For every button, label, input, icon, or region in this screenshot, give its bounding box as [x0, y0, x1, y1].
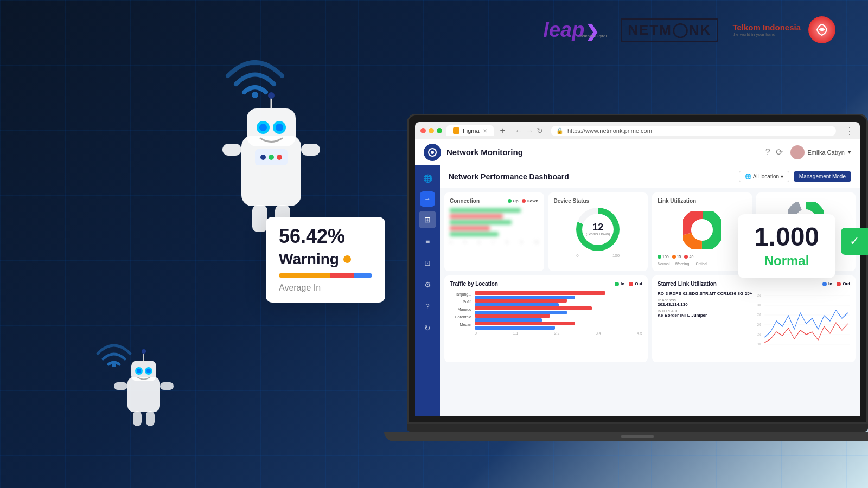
starred-card: Starred Link Utilization In Out — [652, 275, 856, 362]
netmonk-logo: NETM◯NK — [621, 18, 718, 42]
gauge-sublabel: (Status Down) — [586, 232, 610, 236]
browser-menu-icon[interactable]: ⋮ — [845, 125, 854, 137]
svg-text:350: 350 — [757, 293, 761, 297]
dash-sidebar: 🌐 → ⊞ ≡ ⊡ ⚙ ? ↻ — [415, 165, 440, 416]
svg-rect-18 — [127, 377, 160, 412]
line-chart-svg: 350 300 250 200 150 100 — [757, 291, 850, 351]
mgmt-mode-button[interactable]: Management Mode — [794, 171, 851, 182]
dot-red[interactable] — [420, 128, 426, 133]
bar-row-manado: Manado — [450, 306, 642, 312]
sidebar-item-layers2[interactable]: ⊡ — [419, 254, 436, 272]
svg-rect-9 — [222, 144, 241, 156]
svg-point-0 — [820, 28, 824, 31]
connection-card-title: Connection Up Down — [450, 198, 539, 204]
svg-point-25 — [142, 349, 146, 354]
gauge-value: 12 — [592, 222, 603, 232]
svg-point-36 — [692, 220, 712, 240]
browser-tab[interactable]: Figma ✕ — [446, 125, 494, 136]
chevron-down-icon: ▾ — [848, 149, 851, 156]
traffic-bar-chart: Tanjung... Sofifi — [450, 291, 642, 327]
url-bar[interactable]: 🔒 https://www.netmonk.prime.com — [551, 126, 836, 136]
laptop-base-bottom — [384, 432, 869, 441]
svg-text:150: 150 — [757, 332, 761, 336]
telkom-icon-svg — [814, 22, 830, 38]
browser-bar: Figma ✕ + ← → ↻ 🔒 https://www.netmonk.pr… — [415, 122, 860, 139]
device-gauge: 12 (Status Down) 0 100 — [554, 208, 643, 257]
svg-rect-11 — [252, 205, 267, 232]
dashboard-title: Network Monitoring — [446, 147, 765, 157]
sidebar-item-grid[interactable]: ⊞ — [419, 211, 436, 228]
dot-yellow[interactable] — [429, 128, 434, 133]
bar-row-sofifi: Sofifi — [450, 299, 642, 304]
svg-rect-2 — [247, 108, 296, 146]
laptop-base-top — [407, 424, 868, 432]
dash-body: 🌐 → ⊞ ≡ ⊡ ⚙ ? ↻ Network Performance Dash… — [415, 165, 860, 416]
sidebar-item-arrow[interactable]: → — [420, 191, 435, 207]
svg-text:250: 250 — [757, 313, 761, 317]
x-axis-labels: 0 1.1 2.2 3.4 4.5 — [450, 331, 642, 335]
starred-device-info: RO-3-RDPS-02.BDG.STR.MT-CCR1036-8G-25+ I… — [658, 291, 752, 351]
browser-nav: ← → ↻ — [515, 126, 543, 135]
normal-value: 1.000 — [753, 224, 820, 250]
dot-green[interactable] — [437, 128, 442, 133]
new-tab-icon[interactable]: + — [498, 126, 507, 136]
bar-row-gorontalo: Gorontalo — [450, 314, 642, 319]
dash-main-header: Network Performance Dashboard 🌐 All loca… — [440, 165, 860, 188]
refresh-browser-icon[interactable]: ↻ — [537, 126, 543, 135]
green-arrow-button[interactable]: ✓ — [841, 228, 868, 255]
normal-overlay-card: 1.000 Normal — [738, 214, 835, 278]
logos-area: leap ❯ Telkom Digital NETM◯NK Telkom Ind… — [543, 16, 835, 43]
svg-point-6 — [276, 124, 283, 131]
traffic-card-title: Traffic by Location In Out — [450, 281, 642, 287]
warning-percent: 56.42% — [279, 227, 372, 246]
svg-rect-26 — [114, 382, 127, 390]
wifi-small — [95, 334, 133, 369]
gauge-range: 0 100 — [576, 253, 620, 258]
user-name: Emilka Catryn — [808, 149, 845, 156]
laptop-notch — [621, 435, 654, 438]
svg-point-15 — [269, 155, 274, 160]
legend-critical: 40 — [684, 255, 693, 259]
sidebar-item-layers[interactable]: ≡ — [419, 233, 436, 250]
gauge-inner: 12 (Status Down) — [582, 214, 614, 245]
telkom-subtitle: the world in your hand — [732, 32, 801, 37]
sidebar-item-help[interactable]: ? — [419, 298, 436, 315]
settings-icon[interactable]: ⟳ — [776, 147, 783, 157]
dashboard-logo — [424, 144, 441, 161]
warning-badge: Warning — [279, 251, 372, 268]
link-util-legend: 100 15 40 — [658, 255, 746, 259]
svg-point-21 — [137, 369, 141, 373]
bar-row-tanjung: Tanjung... — [450, 291, 642, 297]
page-title: Network Performance Dashboard — [449, 172, 739, 181]
back-icon[interactable]: ← — [515, 126, 522, 135]
leap-text: leap — [543, 18, 584, 42]
starred-content: RO-3-RDPS-02.BDG.STR.MT-CCR1036-8G-25+ I… — [658, 291, 850, 351]
sidebar-item-gear[interactable]: ⚙ — [419, 276, 436, 293]
svg-text:300: 300 — [757, 303, 761, 307]
sidebar-item-refresh[interactable]: ↻ — [419, 319, 436, 337]
normal-label: Normal — [753, 253, 820, 268]
forward-icon[interactable]: → — [526, 126, 533, 135]
leap-logo: leap ❯ Telkom Digital — [543, 18, 607, 42]
svg-rect-10 — [301, 144, 320, 156]
svg-text:100: 100 — [757, 342, 761, 346]
user-avatar — [790, 145, 805, 159]
legend-warning: 15 — [672, 255, 681, 259]
sidebar-item-globe[interactable]: 🌐 — [419, 170, 436, 187]
tab-close-icon[interactable]: ✕ — [483, 128, 487, 134]
link-util-title: Link Utilization — [658, 198, 746, 204]
user-area[interactable]: Emilka Catryn ▾ — [790, 145, 851, 159]
svg-point-23 — [146, 369, 151, 373]
help-icon[interactable]: ? — [765, 147, 770, 157]
leap-subtitle: Telkom Digital — [579, 34, 607, 38]
svg-point-14 — [260, 155, 266, 160]
svg-rect-19 — [131, 361, 156, 381]
dash-main: Network Performance Dashboard 🌐 All loca… — [440, 165, 860, 416]
dashboard-logo-icon — [427, 147, 437, 157]
warning-dot-icon — [343, 255, 351, 263]
stat-card-device: Device Status 12 (Status Down) — [548, 192, 648, 271]
location-button[interactable]: 🌐 All location ▾ — [739, 171, 789, 182]
svg-text:200: 200 — [757, 323, 761, 326]
telkom-text: Telkom Indonesia — [732, 23, 801, 32]
avg-in-label: Average In — [279, 283, 372, 293]
